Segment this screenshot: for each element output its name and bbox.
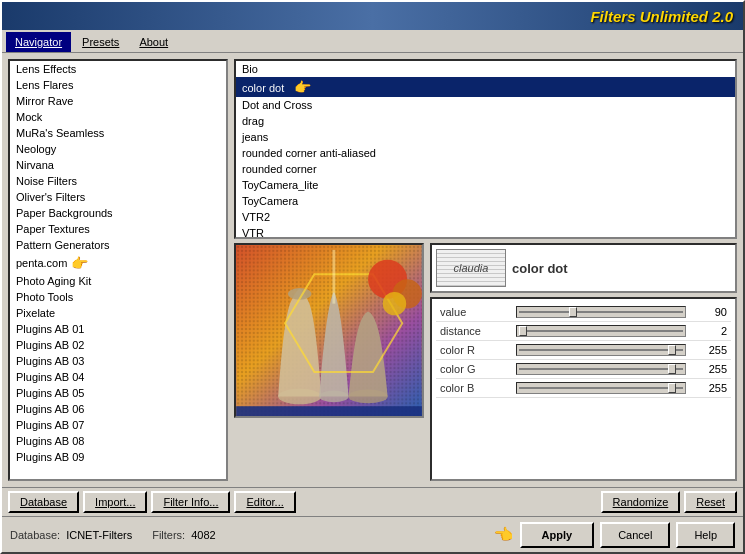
help-button[interactable]: Help [676,522,735,548]
param-slider-track [519,330,683,332]
tab-navigator[interactable]: Navigator [6,32,71,52]
param-slider-track [519,368,683,370]
param-slider-thumb[interactable] [569,307,577,317]
category-item[interactable]: Plugins AB 05 [10,385,226,401]
database-button[interactable]: Database [8,491,79,513]
category-item[interactable]: Mirror Rave [10,93,226,109]
param-row: color B255 [436,379,731,398]
param-row: color G255 [436,360,731,379]
app-title: Filters Unlimited 2.0 [590,8,733,25]
category-item[interactable]: Plugins AB 01 [10,321,226,337]
param-row: distance2 [436,322,731,341]
filter-list[interactable]: Biocolor dot 👉Dot and Crossdragjeansroun… [236,61,735,237]
plugin-logo-text: claudia [454,262,489,274]
category-item[interactable]: Plugins AB 03 [10,353,226,369]
category-item[interactable]: Plugins AB 07 [10,417,226,433]
category-item[interactable]: Photo Tools [10,289,226,305]
category-item[interactable]: Noise Filters [10,173,226,189]
param-value: 255 [692,344,727,356]
param-slider[interactable] [516,363,686,375]
filters-label: Filters: [152,529,185,541]
filters-status: Filters: 4082 [152,529,215,541]
param-slider[interactable] [516,344,686,356]
param-slider-thumb[interactable] [668,383,676,393]
category-item[interactable]: MuRa's Seamless [10,125,226,141]
filter-item[interactable]: ToyCamera [236,193,735,209]
filter-info-button[interactable]: Filter Info... [151,491,230,513]
param-label: value [440,306,510,318]
plugin-header: claudia color dot [430,243,737,293]
right-panel: Biocolor dot 👉Dot and Crossdragjeansroun… [234,59,737,481]
randomize-button[interactable]: Randomize [601,491,681,513]
tab-about[interactable]: About [130,32,177,52]
preview-info-container: claudia color dot value90distance2color … [234,243,737,481]
plugin-logo: claudia [436,249,506,287]
category-item[interactable]: Mock [10,109,226,125]
filter-item[interactable]: drag [236,113,735,129]
category-item[interactable]: Paper Textures [10,221,226,237]
filter-item[interactable]: Bio [236,61,735,77]
apply-button[interactable]: Apply [520,522,595,548]
category-item[interactable]: Photo Aging Kit [10,273,226,289]
filter-item[interactable]: Dot and Cross [236,97,735,113]
main-window: Filters Unlimited 2.0 Navigator Presets … [0,0,745,554]
category-item[interactable]: Plugins AB 04 [10,369,226,385]
cancel-button[interactable]: Cancel [600,522,670,548]
param-row: value90 [436,303,731,322]
category-item[interactable]: Plugins AB 09 [10,449,226,465]
param-slider-track [519,387,683,389]
apply-arrow-icon: 👉 [494,525,514,544]
category-item[interactable]: Plugins AB 02 [10,337,226,353]
filter-item[interactable]: rounded corner anti-aliased [236,145,735,161]
category-item[interactable]: penta.com 👉 [10,253,226,273]
editor-button[interactable]: Editor... [234,491,295,513]
filter-item[interactable]: VTR [236,225,735,237]
category-item[interactable]: Oliver's Filters [10,189,226,205]
category-item[interactable]: Nirvana [10,157,226,173]
category-item[interactable]: Pattern Generators [10,237,226,253]
param-slider-thumb[interactable] [668,345,676,355]
category-item[interactable]: Pixelate [10,305,226,321]
param-value: 2 [692,325,727,337]
plugin-name: color dot [512,261,568,276]
category-item[interactable]: Lens Effects [10,61,226,77]
category-list-container: Lens EffectsLens FlaresMirror RaveMockMu… [10,61,226,479]
filter-item[interactable]: rounded corner [236,161,735,177]
category-panel: Lens EffectsLens FlaresMirror RaveMockMu… [8,59,228,481]
filters-value: 4082 [191,529,215,541]
category-item[interactable]: Lens Flares [10,77,226,93]
menu-bar: Navigator Presets About [2,30,743,53]
database-value: ICNET-Filters [66,529,132,541]
param-slider-track [519,311,683,313]
reset-button[interactable]: Reset [684,491,737,513]
category-item[interactable]: Plugins AB 08 [10,433,226,449]
category-list[interactable]: Lens EffectsLens FlaresMirror RaveMockMu… [10,61,226,479]
param-slider[interactable] [516,325,686,337]
filter-item[interactable]: jeans [236,129,735,145]
param-value: 90 [692,306,727,318]
svg-rect-12 [236,406,422,416]
selected-arrow-icon: 👉 [290,79,311,95]
import-button[interactable]: Import... [83,491,147,513]
param-slider[interactable] [516,382,686,394]
param-slider-thumb[interactable] [519,326,527,336]
bottom-toolbar: Database Import... Filter Info... Editor… [2,487,743,516]
param-slider-thumb[interactable] [668,364,676,374]
main-content: Lens EffectsLens FlaresMirror RaveMockMu… [2,53,743,487]
param-label: color G [440,363,510,375]
filter-item[interactable]: color dot 👉 [236,77,735,97]
arrow-icon: 👉 [71,255,88,271]
category-item[interactable]: Paper Backgrounds [10,205,226,221]
category-item[interactable]: Neology [10,141,226,157]
database-label: Database: [10,529,60,541]
param-value: 255 [692,382,727,394]
param-label: color B [440,382,510,394]
param-slider[interactable] [516,306,686,318]
filter-item[interactable]: ToyCamera_lite [236,177,735,193]
tab-presets[interactable]: Presets [73,32,128,52]
database-status: Database: ICNET-Filters [10,529,132,541]
param-row: color R255 [436,341,731,360]
filter-item[interactable]: VTR2 [236,209,735,225]
title-bar: Filters Unlimited 2.0 [2,2,743,30]
category-item[interactable]: Plugins AB 06 [10,401,226,417]
